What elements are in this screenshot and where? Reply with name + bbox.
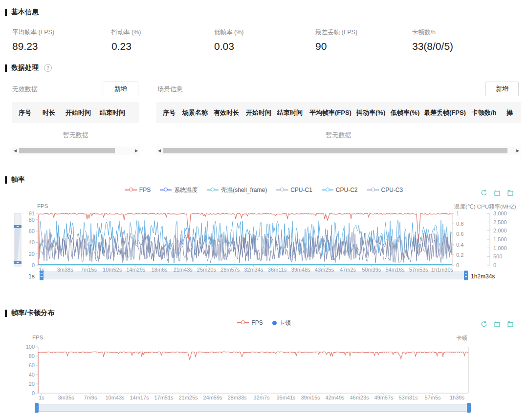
tick-label: 14m17s (130, 395, 149, 400)
legend-item-CPU-C3[interactable]: CPU-C3 (367, 187, 403, 193)
legend-label: FPS (251, 319, 263, 326)
legend-label: 卡顿 (279, 319, 291, 327)
legend-item-系统温度[interactable]: 系统温度 (160, 186, 198, 194)
scene-table-header: 序号场景名称有效时长开始时间结束时间平均帧率(FPS)抖动率(%)低帧率(%)最… (156, 102, 521, 123)
help-icon[interactable]: ? (44, 64, 52, 72)
column-header: 平均帧率(FPS) (309, 108, 356, 117)
legend-item-CPU-C2[interactable]: CPU-C2 (322, 187, 358, 193)
tick-label: 0.2 (456, 252, 463, 258)
data-processing-header: 数据处理 ? (5, 63, 52, 72)
dist-chart-legend: FPS卡顿 (0, 319, 528, 326)
legend-label: CPU-C2 (336, 187, 358, 193)
tick-label: 42m49s (325, 395, 345, 400)
tick-label: 3m35s (58, 395, 74, 400)
section-title: 数据处理 (11, 63, 39, 72)
scrollbar-thumb[interactable] (19, 148, 115, 153)
tick-label: 0.6 (456, 231, 463, 237)
tick-label: 1s (39, 395, 44, 400)
column-header: 结束时间 (277, 108, 309, 117)
invalid-scrollbar[interactable]: ◀ ▶ (12, 147, 139, 155)
column-header: 开始时间 (66, 108, 100, 117)
tick-label: 0.8 (456, 221, 463, 227)
legend-item-壳温(shell_frame)[interactable]: 壳温(shell_frame) (207, 186, 267, 194)
section-bar (5, 9, 7, 16)
legend-dot-icon (272, 321, 277, 325)
tick-label: 10m43s (105, 395, 125, 400)
zoom-revert-icon[interactable] (506, 189, 514, 197)
tick-label: 1,500 (493, 236, 507, 242)
tick-label: 20 (29, 251, 35, 257)
legend-item-卡顿[interactable]: 卡顿 (272, 319, 291, 327)
legend-line-circle-icon (237, 320, 249, 325)
section-title: 帧率/卡顿分布 (11, 309, 54, 317)
legend-line-circle-icon (276, 188, 288, 192)
section-title: 帧率 (11, 175, 25, 184)
scroll-left-icon[interactable]: ◀ (156, 147, 162, 155)
invalid-table-header: 序号时长开始时间结束时间 (12, 102, 139, 123)
metric-label: 抖动率 (%) (111, 28, 141, 37)
dist-datazoom-handle-left[interactable] (35, 403, 39, 413)
fps-datazoom-handle-left[interactable] (40, 271, 44, 280)
left-axis-title: FPS (37, 203, 48, 209)
tick-label: 500 (493, 253, 502, 259)
metric-label: 卡顿数/h (412, 28, 453, 37)
scene-add-button[interactable]: 新增 (485, 82, 519, 96)
scroll-right-icon[interactable]: ▶ (133, 147, 139, 155)
restore-icon[interactable] (480, 189, 488, 197)
invalid-add-button[interactable]: 新增 (103, 82, 138, 96)
tick-label: 0.4 (456, 242, 463, 248)
zoom-box-icon[interactable] (493, 320, 501, 328)
tick-label: 1,000 (493, 245, 507, 251)
dist-datazoom-handle-right[interactable] (467, 403, 471, 413)
section-title: 基本信息 (11, 8, 39, 17)
dist-datazoom-track[interactable] (37, 404, 469, 412)
column-header: 时长 (43, 108, 66, 117)
fps-datazoom-handle-right[interactable] (464, 271, 468, 280)
basic-info-metrics: 平均帧率 (FPS)89.23抖动率 (%)0.23低帧率 (%)0.03最差丢… (0, 28, 528, 59)
legend-line-circle-icon (207, 188, 219, 192)
tick-label: 1 (456, 210, 459, 216)
zoom-box-icon[interactable] (493, 189, 501, 197)
tick-label: 35m41s (276, 395, 296, 400)
metric-value: 0.23 (111, 41, 141, 52)
tick-label: 0 (493, 262, 496, 268)
dist-chart-toolbox (480, 320, 514, 328)
column-header: 有效时长 (214, 108, 246, 117)
dist-chart-canvas[interactable]: 1008060402001s3m35s7m9s10m43s14m17s17m51… (0, 341, 528, 404)
tick-label: 20 (29, 381, 35, 387)
tick-label: 3,000 (493, 210, 507, 216)
tick-label: 24m59s (203, 395, 222, 400)
invalid-data-title: 无效数据 (12, 85, 38, 94)
metric-item: 平均帧率 (FPS)89.23 (12, 28, 54, 52)
fps-chart-canvas[interactable]: 918060402001s3m38s7m15s10m52s14m29s18m6s… (0, 209, 528, 275)
fps-datazoom-track[interactable] (42, 272, 466, 279)
legend-item-FPS[interactable]: FPS (237, 319, 263, 326)
restore-icon[interactable] (480, 320, 488, 328)
basic-info-header: 基本信息 (5, 8, 39, 17)
legend-item-FPS[interactable]: FPS (125, 187, 151, 193)
tick-label: 46m23s (350, 395, 369, 400)
metric-label: 最差丢帧 (FPS) (315, 28, 357, 37)
fps-section-header: 帧率 (5, 175, 25, 184)
legend-label: 系统温度 (174, 186, 198, 194)
scrollbar-thumb[interactable] (163, 148, 507, 153)
scene-empty-text: 暂无数据 (156, 131, 521, 140)
column-header: 结束时间 (100, 108, 134, 117)
metric-item: 抖动率 (%)0.23 (111, 28, 141, 52)
tick-label: 32m7s (253, 395, 270, 400)
tick-label: 28m33s (227, 395, 247, 400)
zoom-revert-icon[interactable] (506, 320, 514, 328)
metric-label: 平均帧率 (FPS) (12, 28, 54, 37)
legend-label: CPU-C3 (381, 187, 403, 193)
tick-label: 21m25s (178, 395, 198, 400)
tick-label: 49m57s (374, 395, 394, 400)
legend-label: CPU-C1 (290, 187, 312, 193)
scroll-left-icon[interactable]: ◀ (12, 147, 18, 155)
tick-label: 7m9s (84, 395, 97, 400)
legend-item-CPU-C1[interactable]: CPU-C1 (276, 187, 312, 193)
tick-label: 100 (26, 344, 35, 350)
column-header: 序号 (163, 108, 182, 117)
metric-value: 89.23 (12, 41, 54, 52)
scroll-right-icon[interactable]: ▶ (515, 147, 521, 155)
scene-scrollbar[interactable]: ◀ ▶ (156, 147, 521, 155)
